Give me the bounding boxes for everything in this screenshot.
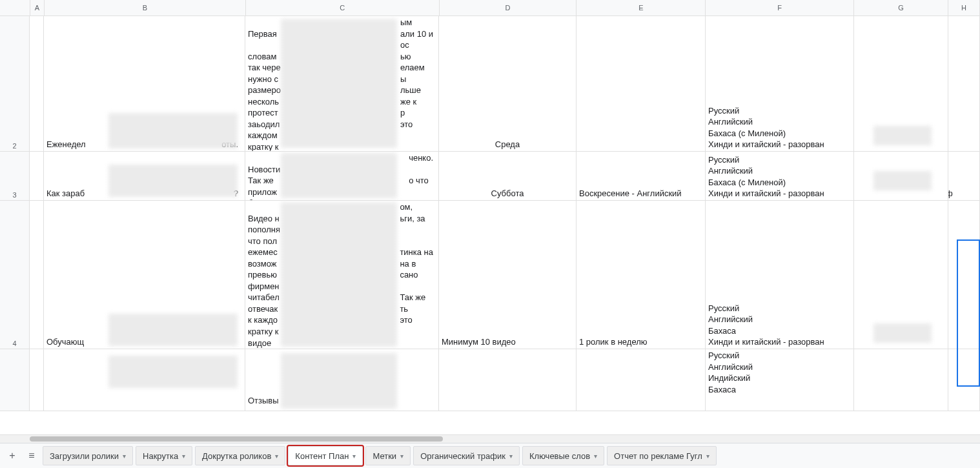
chevron-down-icon[interactable]: ▾ (509, 453, 513, 460)
sheet-tab[interactable]: Докрутка роликов▾ (195, 446, 285, 465)
sheet-tab[interactable]: Метки▾ (365, 446, 411, 465)
cell-d[interactable]: Среда (439, 16, 577, 151)
cell-text: Как зараб (46, 188, 85, 198)
cell-c[interactable]: Отзывы отзывы еров, видео (245, 349, 439, 411)
row-num[interactable]: 2 (0, 16, 30, 151)
cell-g[interactable] (854, 201, 948, 349)
cell-text: Обучающ (46, 337, 84, 347)
cell-text: Видео н пополня что пол ежемес возмож пр… (248, 214, 280, 348)
cell-text: Суббота (442, 188, 573, 199)
sheets-app: A B C D E F G H 2 Еженеделоты. Первая сл… (0, 0, 980, 468)
cell-g[interactable] (854, 152, 948, 200)
cell-b[interactable]: Еженеделоты. (44, 16, 245, 151)
col-head-d[interactable]: D (440, 0, 577, 15)
column-headers: A B C D E F G H (0, 0, 980, 16)
cell-text: Первая (248, 29, 277, 39)
cell-text: ф (948, 188, 953, 199)
sheet-tab-label: Контент План (295, 451, 349, 461)
cell-h[interactable]: ф (948, 152, 980, 200)
table-row: 3 Как зараб? Новости Так же прилож будет… (0, 152, 980, 201)
col-head-g[interactable]: G (854, 0, 948, 15)
cell-c[interactable]: Новости Так же прилож будет эт ченко. о … (245, 152, 439, 200)
cell-text: Воскресение - Английский (579, 188, 702, 199)
scrollbar-thumb[interactable] (30, 436, 443, 442)
table-row: 2 Еженеделоты. Первая словам так чере ну… (0, 16, 980, 152)
chevron-down-icon[interactable]: ▾ (182, 453, 185, 460)
cell-g[interactable] (854, 349, 948, 411)
cell-h[interactable] (948, 201, 980, 349)
cell-d[interactable] (439, 349, 577, 411)
cell-text: ? (234, 188, 238, 199)
cell-f[interactable]: Русский Английский Индийский Бахаса (706, 349, 854, 411)
col-head-h[interactable]: H (948, 0, 980, 15)
col-head-f[interactable]: F (706, 0, 854, 15)
cell-e[interactable] (577, 16, 706, 151)
cell-e[interactable]: 1 ролик в неделю (577, 201, 706, 349)
col-head-b[interactable]: B (45, 0, 246, 15)
chevron-down-icon[interactable]: ▾ (352, 453, 356, 460)
cell-text: Среда (442, 139, 573, 150)
sheet-tab-label: Отчет по рекламе Гугл (614, 451, 702, 461)
cell-f[interactable]: Русский Английский Бахаса (с Миленой) Хи… (706, 152, 854, 200)
chevron-down-icon[interactable]: ▾ (400, 453, 403, 460)
cell-text: еров, видео (410, 407, 433, 411)
cell-b[interactable]: Обучающ (44, 201, 245, 349)
cell-text: Минимум 10 видео (442, 336, 573, 348)
chevron-down-icon[interactable]: ▾ (123, 453, 126, 460)
cell-f[interactable]: Русский Английский Бахаса (с Миленой) Хи… (706, 16, 854, 151)
row-num[interactable] (0, 349, 30, 411)
horizontal-scrollbar[interactable] (0, 434, 980, 443)
sheet-tab-label: Органический трафик (420, 451, 505, 461)
sheet-tab-label: Загрузили ролики (50, 451, 119, 461)
chevron-down-icon[interactable]: ▾ (275, 453, 278, 460)
select-all-corner[interactable] (0, 0, 30, 15)
cell-b[interactable] (44, 349, 245, 411)
col-head-a[interactable]: A (30, 0, 45, 15)
sheet-tab-label: Ключевые слов (529, 451, 590, 461)
cell-g[interactable] (854, 16, 948, 151)
sheet-tab-label: Метки (373, 451, 396, 461)
add-sheet-button[interactable]: + (4, 447, 21, 464)
cell-d[interactable]: Минимум 10 видео (439, 201, 577, 349)
cell-text: ом, ьги, за тинка на на в сано Так же ть… (400, 201, 433, 326)
col-head-c[interactable]: C (246, 0, 440, 15)
sheet-tab-label: Докрутка роликов (202, 451, 271, 461)
cell-e[interactable]: Воскресение - Английский (577, 152, 706, 200)
sheet-tab[interactable]: Органический трафик▾ (413, 446, 520, 465)
cell-b[interactable]: Как зараб? (44, 152, 245, 200)
cell-c[interactable]: Видео н пополня что пол ежемес возмож пр… (245, 201, 439, 349)
cell-text: ченко. о что (409, 152, 433, 187)
chevron-down-icon[interactable]: ▾ (594, 453, 597, 460)
sheet-tab[interactable]: Загрузили ролики▾ (43, 446, 133, 465)
cell-a[interactable] (30, 349, 44, 411)
cell-d[interactable]: Суббота (439, 152, 577, 200)
cell-c[interactable]: Первая словам так чере нужно с размеро н… (245, 16, 439, 151)
sheet-tab[interactable]: Ключевые слов▾ (522, 446, 604, 465)
cell-text: 1 ролик в неделю (579, 336, 702, 348)
rows: 2 Еженеделоты. Первая словам так чере ну… (0, 16, 980, 434)
cell-a[interactable] (30, 16, 44, 151)
cell-f[interactable]: Русский Английский Бахаса Хинди и китайс… (706, 201, 854, 349)
cell-text: оты. (221, 139, 238, 150)
cell-text: Новости Так же прилож будет эт (248, 165, 280, 200)
cell-text: ым али 10 и ос ью елаем ы льше же к р эт… (400, 17, 433, 130)
cell-text: Отзывы отзывы (248, 396, 279, 411)
row-num[interactable]: 3 (0, 152, 30, 200)
cell-text: Еженедел (46, 139, 86, 149)
sheet-tab[interactable]: Контент План▾ (288, 446, 363, 465)
grid-area: 2 Еженеделоты. Первая словам так чере ну… (0, 16, 980, 443)
cell-text: Русский Английский Бахаса Хинди и китайс… (708, 303, 851, 348)
cell-h[interactable] (948, 349, 980, 411)
all-sheets-button[interactable]: ≡ (23, 447, 40, 464)
cell-h[interactable] (948, 16, 980, 151)
cell-e[interactable] (577, 349, 706, 411)
cell-text: словам так чере нужно с размеро несколь … (248, 52, 281, 151)
row-num[interactable]: 4 (0, 201, 30, 349)
chevron-down-icon[interactable]: ▾ (706, 453, 709, 460)
col-head-e[interactable]: E (577, 0, 706, 15)
cell-a[interactable] (30, 201, 44, 349)
sheet-tab[interactable]: Накрутка▾ (136, 446, 192, 465)
sheet-tabs: Загрузили ролики▾Накрутка▾Докрутка ролик… (43, 446, 717, 465)
sheet-tab[interactable]: Отчет по рекламе Гугл▾ (607, 446, 717, 465)
cell-a[interactable] (30, 152, 44, 200)
